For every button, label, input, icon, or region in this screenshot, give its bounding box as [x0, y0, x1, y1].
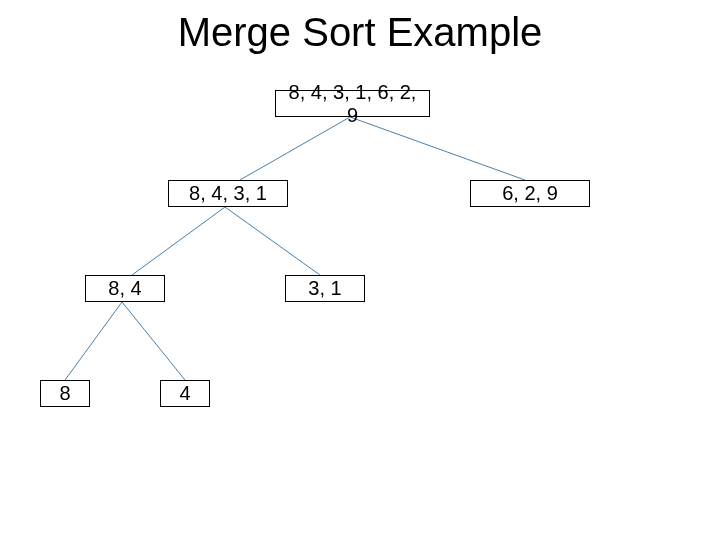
- svg-line-5: [122, 302, 185, 380]
- node-root: 8, 4, 3, 1, 6, 2, 9: [275, 90, 430, 117]
- node-lr2: 3, 1: [285, 275, 365, 302]
- page-title: Merge Sort Example: [0, 10, 720, 55]
- node-ll2: 8, 4: [85, 275, 165, 302]
- node-llr3: 4: [160, 380, 210, 407]
- node-right1: 6, 2, 9: [470, 180, 590, 207]
- node-left1: 8, 4, 3, 1: [168, 180, 288, 207]
- svg-line-2: [132, 207, 225, 275]
- node-lll3: 8: [40, 380, 90, 407]
- svg-line-3: [225, 207, 320, 275]
- svg-line-4: [65, 302, 122, 380]
